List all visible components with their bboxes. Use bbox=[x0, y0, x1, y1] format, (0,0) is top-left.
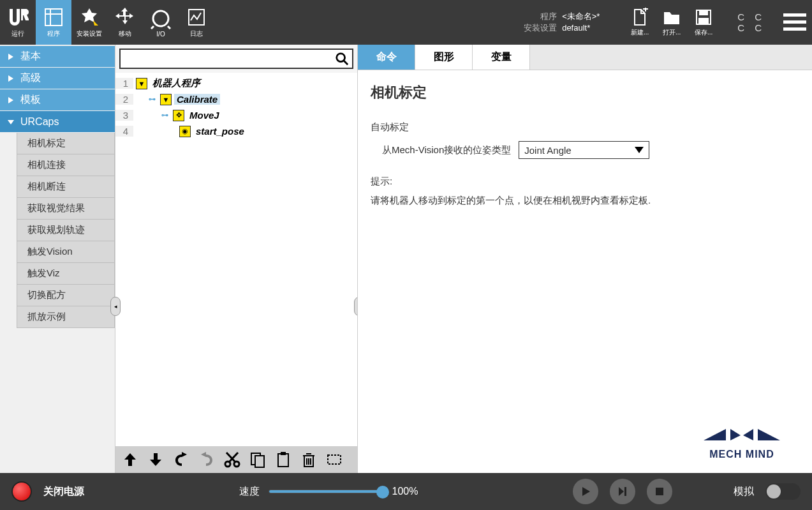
sidebar-item-trigger-vision[interactable]: 触发Vision bbox=[17, 241, 115, 263]
program-tree: 1 ▼机器人程序 2 ⊶▼Calibrate 3 ⊶✥MoveJ 4 ◉star… bbox=[115, 73, 357, 446]
svg-rect-26 bbox=[278, 454, 288, 467]
svg-marker-40 bbox=[582, 487, 590, 496]
save-button[interactable]: 保存... bbox=[694, 8, 713, 37]
nav-section-basic[interactable]: 基本 bbox=[0, 46, 115, 68]
svg-marker-17 bbox=[8, 120, 14, 124]
slider-thumb[interactable] bbox=[376, 486, 389, 499]
move-down-button[interactable] bbox=[146, 450, 165, 469]
meta-program-value: <未命名>* bbox=[557, 11, 611, 22]
search-icon[interactable] bbox=[332, 52, 352, 66]
tree-row[interactable]: 2 ⊶▼Calibrate bbox=[115, 91, 357, 107]
new-button[interactable]: 新建... bbox=[630, 8, 649, 37]
nav-section-advanced[interactable]: 高级 bbox=[0, 68, 115, 89]
power-label: 关闭电源 bbox=[43, 485, 84, 499]
tree-row[interactable]: 4 ◉start_pose bbox=[115, 123, 357, 139]
meta-install-value: default* bbox=[557, 22, 611, 34]
undo-button[interactable] bbox=[172, 450, 191, 469]
detail-tab-graphics[interactable]: 图形 bbox=[415, 45, 473, 70]
tree-node-label: start_pose bbox=[193, 126, 247, 137]
sidebar-item-pick-place-example[interactable]: 抓放示例 bbox=[17, 306, 115, 328]
main-area: 基本 高级 模板 URCaps 相机标定 相机连接 相机断连 获取视觉结果 获取… bbox=[0, 45, 812, 473]
svg-rect-12 bbox=[783, 20, 806, 24]
play-button[interactable] bbox=[573, 479, 598, 504]
top-tab-move[interactable]: 移动 bbox=[107, 0, 143, 45]
top-tab-install[interactable]: 安装设置 bbox=[71, 0, 107, 45]
svg-marker-35 bbox=[635, 147, 644, 153]
svg-rect-25 bbox=[255, 456, 264, 467]
tree-row[interactable]: 1 ▼机器人程序 bbox=[115, 75, 357, 91]
speed-value: 100% bbox=[392, 486, 418, 497]
sidebar-item-get-vision-result[interactable]: 获取视觉结果 bbox=[17, 198, 115, 220]
svg-rect-5 bbox=[189, 10, 204, 25]
top-tab-log[interactable]: 日志 bbox=[179, 0, 214, 45]
svg-rect-27 bbox=[281, 452, 286, 455]
hint-text: 请将机器人移动到标定的第一个点，以便在相机视野内查看标定板. bbox=[371, 191, 799, 210]
detail-tab-command[interactable]: 命令 bbox=[358, 45, 415, 70]
line-number: 2 bbox=[115, 94, 133, 105]
svg-rect-42 bbox=[624, 487, 626, 496]
sidebar-item-label: 获取视觉结果 bbox=[27, 202, 85, 214]
delete-button[interactable] bbox=[299, 450, 318, 469]
logo-text: MECH MIND bbox=[691, 449, 793, 460]
svg-marker-41 bbox=[619, 487, 624, 496]
sidebar: 基本 高级 模板 URCaps 相机标定 相机连接 相机断连 获取视觉结果 获取… bbox=[0, 45, 115, 473]
detail-tab-variables[interactable]: 变量 bbox=[473, 45, 530, 70]
redo-button bbox=[197, 450, 216, 469]
line-number: 1 bbox=[115, 78, 133, 89]
menu-button[interactable] bbox=[777, 0, 812, 45]
link-icon: ⊶ bbox=[146, 94, 158, 105]
nav-section-urcaps[interactable]: URCaps bbox=[0, 111, 115, 133]
sidebar-item-label: 相机断连 bbox=[27, 181, 66, 193]
pose-type-select[interactable]: Joint Angle bbox=[519, 141, 649, 159]
left-splitter[interactable]: ◂ bbox=[110, 297, 121, 316]
sidebar-item-camera-disconnect[interactable]: 相机断连 bbox=[17, 176, 115, 198]
tree-toolbar bbox=[115, 446, 357, 473]
detail-tabs: 命令 图形 变量 bbox=[358, 45, 812, 70]
sidebar-item-trigger-viz[interactable]: 触发Viz bbox=[17, 263, 115, 285]
power-indicator[interactable] bbox=[11, 481, 32, 502]
sidebar-item-label: 相机连接 bbox=[27, 159, 66, 171]
sidebar-item-label: 相机标定 bbox=[27, 137, 66, 149]
sim-toggle[interactable] bbox=[765, 483, 801, 500]
svg-rect-9 bbox=[700, 10, 707, 15]
speed-label: 速度 bbox=[239, 485, 260, 499]
top-tab-program[interactable]: 程序 bbox=[36, 0, 71, 45]
top-tab-label: 程序 bbox=[47, 29, 60, 38]
sidebar-item-switch-recipe[interactable]: 切换配方 bbox=[17, 285, 115, 306]
program-icon bbox=[43, 6, 64, 28]
top-tab-io[interactable]: I/O bbox=[143, 0, 179, 45]
sidebar-item-label: 抓放示例 bbox=[27, 311, 66, 323]
svg-marker-36 bbox=[704, 429, 726, 440]
copy-button[interactable] bbox=[248, 450, 267, 469]
sidebar-item-camera-connect[interactable]: 相机连接 bbox=[17, 154, 115, 176]
speed-slider[interactable] bbox=[269, 490, 383, 493]
step-button[interactable] bbox=[610, 479, 635, 504]
search-input[interactable] bbox=[121, 54, 332, 64]
comment-button[interactable] bbox=[325, 450, 344, 469]
expand-icon[interactable]: ▼ bbox=[160, 94, 172, 105]
paste-button[interactable] bbox=[274, 450, 293, 469]
open-button[interactable]: 打开... bbox=[662, 8, 681, 37]
nav-section-template[interactable]: 模板 bbox=[0, 89, 115, 111]
sidebar-item-camera-calibrate[interactable]: 相机标定 bbox=[17, 133, 115, 154]
speed-control: 速度 100% bbox=[96, 485, 561, 499]
top-bar: 运行 程序 安装设置 移动 I/O 日志 程序<未命名>* 安装设置defaul… bbox=[0, 0, 812, 45]
svg-rect-11 bbox=[783, 13, 806, 17]
sidebar-item-get-trajectory[interactable]: 获取规划轨迹 bbox=[17, 220, 115, 241]
move-up-button[interactable] bbox=[121, 450, 140, 469]
io-icon bbox=[150, 8, 172, 29]
top-tab-label: 日志 bbox=[190, 29, 203, 38]
cut-button[interactable] bbox=[223, 450, 242, 469]
mechmind-logo: MECH MIND bbox=[691, 423, 793, 460]
expand-icon[interactable]: ▼ bbox=[136, 78, 147, 89]
stop-button[interactable] bbox=[647, 479, 672, 504]
nav-label: 模板 bbox=[20, 93, 41, 107]
tree-row[interactable]: 3 ⊶✥MoveJ bbox=[115, 107, 357, 123]
top-tab-run[interactable]: 运行 bbox=[0, 0, 36, 45]
detail-pane: 命令 图形 变量 相机标定 自动标定 从Mech-Vision接收的位姿类型 J… bbox=[357, 45, 812, 473]
svg-rect-10 bbox=[699, 19, 708, 24]
program-tree-pane: 1 ▼机器人程序 2 ⊶▼Calibrate 3 ⊶✥MoveJ 4 ◉star… bbox=[115, 45, 357, 473]
toggle-knob bbox=[767, 484, 781, 499]
detail-title: 相机标定 bbox=[371, 83, 799, 102]
svg-marker-14 bbox=[8, 54, 13, 60]
